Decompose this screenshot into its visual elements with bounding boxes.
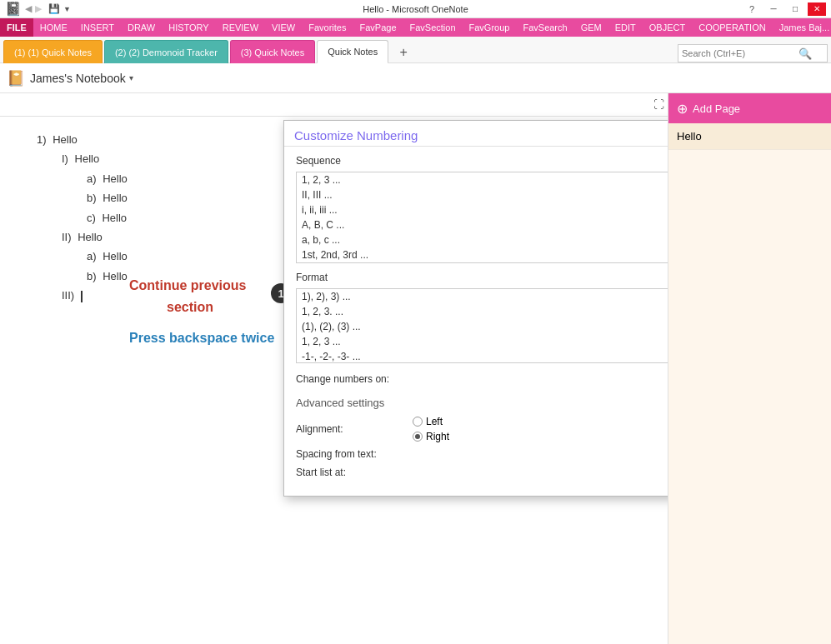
alignment-right-option[interactable]: Right (413, 431, 449, 442)
fmt-item-5[interactable]: -1-, -2-, -3- ... (297, 349, 668, 363)
review-menu[interactable]: REVIEW (216, 18, 265, 37)
canvas-header: ⛶ (0, 93, 668, 117)
fmt-item-4[interactable]: 1, 2, 3 ... (297, 334, 668, 349)
seq-item-7[interactable]: One, Two, Three ... (297, 262, 668, 263)
add-page-button[interactable]: ⊕ Add Page (668, 93, 831, 123)
minimize-button[interactable]: ─ (764, 2, 783, 16)
dialog-title: Customize Numbering (294, 128, 418, 142)
add-tab-button[interactable]: + (393, 42, 413, 62)
tab-bar: (1) (1) Quick Notes (2) (2) Demonoid Tra… (0, 37, 831, 63)
sequence-label: Sequence (296, 155, 668, 167)
notebook-expand-arrow[interactable]: ▾ (129, 73, 133, 82)
search-box[interactable]: 🔍 (678, 44, 828, 62)
annotation-1b-group: section (167, 300, 213, 315)
help-icon[interactable]: ? (749, 4, 754, 14)
favsection-menu[interactable]: FavSection (403, 18, 463, 37)
annotation-2-text: Press backspace twice (129, 331, 274, 346)
seq-item-3[interactable]: i, ii, iii ... (297, 202, 668, 217)
home-menu[interactable]: HOME (33, 18, 74, 37)
customize-numbering-dialog[interactable]: Customize Numbering ∧ ✕ Sequence 1, 2, 3… (283, 120, 668, 497)
tab-2-demonoid-tracker[interactable]: (2) (2) Demonoid Tracker (104, 40, 228, 63)
spacing-label: Spacing from text: (296, 448, 413, 460)
alignment-label: Alignment: (296, 423, 413, 435)
annotation-1-group: Continue previous (129, 278, 246, 293)
dialog-body: Sequence 1, 2, 3 ... II, III ... i, ii, … (284, 147, 668, 496)
quick-access-back[interactable]: ◀ (25, 3, 32, 14)
spacing-row: Spacing from text: (296, 447, 668, 461)
start-list-row: Start list at: (296, 466, 668, 479)
seq-item-1[interactable]: 1, 2, 3 ... (297, 172, 668, 187)
alignment-left-option[interactable]: Left (413, 416, 449, 427)
fmt-item-2[interactable]: 1, 2, 3. ... (297, 304, 668, 319)
favsearch-menu[interactable]: FavSearch (516, 18, 573, 37)
notebook-name[interactable]: James's Notebook (30, 72, 126, 85)
tab-3-quick-notes[interactable]: (3) Quick Notes (230, 40, 315, 63)
dialog-title-bar: Customize Numbering ∧ ✕ (284, 121, 668, 147)
alignment-right-radio[interactable] (413, 432, 423, 442)
close-button[interactable]: ✕ (808, 2, 826, 16)
edit-menu[interactable]: EDIT (608, 18, 643, 37)
alignment-options: Left Right (413, 416, 449, 442)
text-cursor (81, 291, 83, 302)
quick-access-dropdown[interactable]: ▼ (63, 5, 71, 13)
search-input[interactable] (682, 48, 798, 58)
user-menu[interactable]: James Baj... (773, 18, 831, 37)
notebook-icon: 📔 (7, 69, 25, 87)
favgroup-menu[interactable]: FavGroup (463, 18, 517, 37)
format-list[interactable]: 1), 2), 3) ... 1, 2, 3. ... (1), (2), (3… (296, 288, 668, 363)
seq-item-4[interactable]: A, B, C ... (297, 217, 668, 232)
start-list-label: Start list at: (296, 467, 413, 478)
history-menu[interactable]: HISTORY (162, 18, 216, 37)
add-page-label: Add Page (693, 102, 740, 115)
advanced-settings-title: Advanced settings (296, 397, 668, 409)
seq-item-5[interactable]: a, b, c ... (297, 232, 668, 247)
alignment-left-radio[interactable] (413, 417, 423, 427)
advanced-settings-section: Advanced settings Alignment: Left Right (296, 397, 668, 479)
menu-bar: FILE HOME INSERT DRAW HISTORY REVIEW VIE… (0, 18, 831, 37)
page-entry-blank (668, 150, 831, 644)
tab-quick-notes-active[interactable]: Quick Notes (317, 40, 388, 63)
main-area: ⛶ 1) Hello I) Hello a) Hello b) Hello c) (0, 93, 831, 644)
change-numbers-label: Change numbers on: (296, 373, 668, 385)
cooperation-menu[interactable]: COOPERATION (692, 18, 772, 37)
title-bar-left: 📓 ◀ ▶ 💾 ▼ (5, 1, 71, 17)
format-section: Format 1), 2), 3) ... 1, 2, 3. ... (1), … (296, 272, 668, 363)
favorites-menu[interactable]: Favorites (302, 18, 353, 37)
sequence-list[interactable]: 1, 2, 3 ... II, III ... i, ii, iii ... A… (296, 172, 668, 263)
change-numbers-row: Change numbers on: All levels ▼ (296, 372, 668, 387)
notebook-bar: 📔 James's Notebook ▾ (0, 63, 831, 93)
view-menu[interactable]: VIEW (265, 18, 302, 37)
page-entry-hello[interactable]: Hello (668, 123, 831, 150)
annotation-2-group: Press backspace twice (129, 331, 274, 346)
fmt-item-3[interactable]: (1), (2), (3) ... (297, 319, 668, 334)
note-canvas: ⛶ 1) Hello I) Hello a) Hello b) Hello c) (0, 93, 668, 644)
insert-menu[interactable]: INSERT (74, 18, 121, 37)
fmt-item-1[interactable]: 1), 2), 3) ... (297, 289, 668, 304)
window-title: Hello - Microsoft OneNote (363, 4, 468, 14)
object-menu[interactable]: OBJECT (643, 18, 692, 37)
alignment-row: Alignment: Left Right (296, 416, 668, 442)
quick-access-fwd[interactable]: ▶ (35, 3, 42, 14)
tab-1-quick-notes[interactable]: (1) (1) Quick Notes (3, 40, 103, 63)
expand-icon[interactable]: ⛶ (653, 98, 664, 111)
seq-item-6[interactable]: 1st, 2nd, 3rd ... (297, 247, 668, 262)
maximize-button[interactable]: □ (786, 2, 804, 16)
file-menu[interactable]: FILE (0, 18, 33, 37)
add-page-plus-icon: ⊕ (677, 101, 688, 117)
format-label: Format (296, 272, 668, 283)
title-bar-right: ? ─ □ ✕ (749, 2, 826, 16)
quick-access-save[interactable]: 💾 (48, 3, 60, 14)
annotation-1b-text: section (167, 300, 213, 315)
annotation-1-text: Continue previous (129, 278, 246, 293)
gem-menu[interactable]: GEM (574, 18, 608, 37)
draw-menu[interactable]: DRAW (121, 18, 162, 37)
title-bar: 📓 ◀ ▶ 💾 ▼ Hello - Microsoft OneNote ? ─ … (0, 0, 831, 18)
search-icon[interactable]: 🔍 (798, 47, 812, 60)
alignment-right-label: Right (426, 431, 449, 442)
favpage-menu[interactable]: FavPage (353, 18, 403, 37)
right-panel: ⊕ Add Page Hello (668, 93, 831, 644)
seq-item-2[interactable]: II, III ... (297, 187, 668, 202)
alignment-left-label: Left (426, 416, 443, 427)
app-icon: 📓 (5, 1, 22, 17)
